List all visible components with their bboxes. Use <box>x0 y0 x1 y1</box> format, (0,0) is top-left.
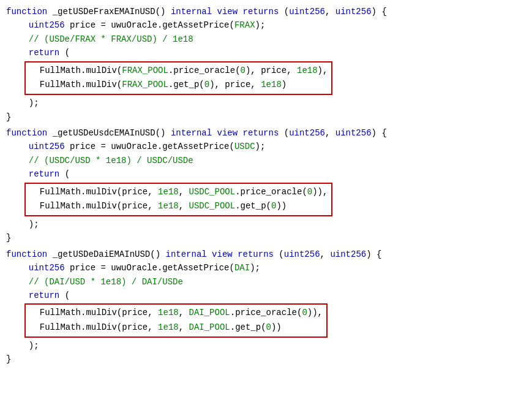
dai-close-brace: } <box>6 352 526 366</box>
usdc-close-brace: } <box>6 231 526 245</box>
frax-close-paren: ); <box>18 96 526 110</box>
frax-fullmath-1: FullMath.mulDiv(FRAX_POOL.price_oracle(0… <box>29 64 328 78</box>
dai-fullmath-2: FullMath.mulDiv(price, 1e18, DAI_POOL.ge… <box>29 321 323 335</box>
dai-close-paren: ); <box>18 339 526 352</box>
func-signature-usdc: function _getUSDeUsdcEMAInUSD() internal… <box>6 126 526 140</box>
frax-comment: // (USDe/FRAX * FRAX/USD) / 1e18 <box>18 32 526 46</box>
frax-return: return ( <box>18 46 526 59</box>
frax-fullmath-2: FullMath.mulDiv(FRAX_POOL.get_p(0), pric… <box>29 78 328 93</box>
func-signature-frax: function _getUSDeFraxEMAInUSD() internal… <box>6 5 526 18</box>
function-usdc: function _getUSDeUsdcEMAInUSD() internal… <box>6 126 526 245</box>
frax-highlight-box: FullMath.mulDiv(FRAX_POOL.price_oracle(0… <box>24 61 332 96</box>
usdc-fullmath-2: FullMath.mulDiv(price, 1e18, USDC_POOL.g… <box>29 199 328 214</box>
dai-fullmath-1: FullMath.mulDiv(price, 1e18, DAI_POOL.pr… <box>29 306 323 321</box>
usdc-price-decl: uint256 price = uwuOracle.getAssetPrice(… <box>18 140 526 153</box>
frax-price-decl: uint256 price = uwuOracle.getAssetPrice(… <box>18 18 526 32</box>
usdc-return: return ( <box>18 167 526 181</box>
frax-close-brace: } <box>6 110 526 124</box>
dai-highlight-box: FullMath.mulDiv(price, 1e18, DAI_POOL.pr… <box>24 303 328 338</box>
func-signature-dai: function _getUSDeDaiEMAInUSD() internal … <box>6 248 526 261</box>
dai-price-decl: uint256 price = uwuOracle.getAssetPrice(… <box>18 261 526 275</box>
usdc-highlight-box: FullMath.mulDiv(price, 1e18, USDC_POOL.p… <box>24 183 332 217</box>
function-dai: function _getUSDeDaiEMAInUSD() internal … <box>6 248 526 367</box>
usdc-comment: // (USDC/USD * 1e18) / USDC/USDe <box>18 154 526 167</box>
dai-return: return ( <box>18 289 526 302</box>
function-frax: function _getUSDeFraxEMAInUSD() internal… <box>6 5 526 124</box>
dai-comment: // (DAI/USD * 1e18) / DAI/USDe <box>18 275 526 289</box>
usdc-close-paren: ); <box>18 218 526 231</box>
usdc-fullmath-1: FullMath.mulDiv(price, 1e18, USDC_POOL.p… <box>29 185 328 200</box>
code-editor: function _getUSDeFraxEMAInUSD() internal… <box>6 5 526 367</box>
